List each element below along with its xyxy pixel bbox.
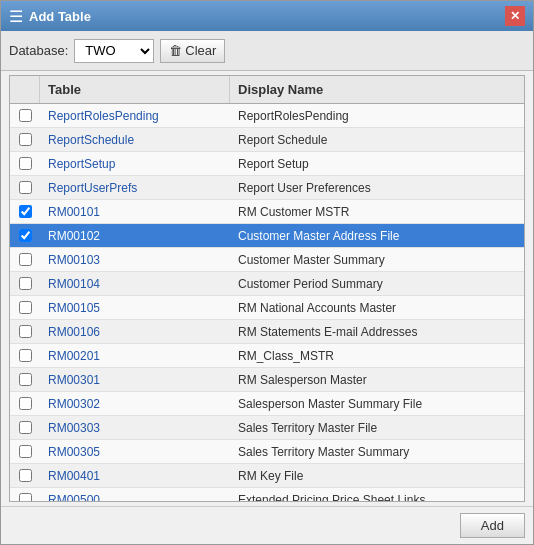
row-checkbox[interactable] xyxy=(19,157,32,170)
table-row[interactable]: RM00103Customer Master Summary xyxy=(10,248,524,272)
app-icon: ☰ xyxy=(9,7,23,26)
row-checkbox[interactable] xyxy=(19,133,32,146)
row-table-name: RM00106 xyxy=(40,325,230,339)
row-checkbox[interactable] xyxy=(19,493,32,501)
row-table-name: RM00302 xyxy=(40,397,230,411)
table-row[interactable]: RM00305Sales Territory Master Summary xyxy=(10,440,524,464)
row-display-name: Sales Territory Master File xyxy=(230,421,524,435)
row-display-name: Customer Master Summary xyxy=(230,253,524,267)
row-checkbox-cell[interactable] xyxy=(10,464,40,487)
window-title: Add Table xyxy=(29,9,91,24)
row-checkbox-cell[interactable] xyxy=(10,152,40,175)
table-row[interactable]: ReportSetupReport Setup xyxy=(10,152,524,176)
table-row[interactable]: ReportUserPrefsReport User Preferences xyxy=(10,176,524,200)
col-check-header xyxy=(10,76,40,103)
table-row[interactable]: RM00500Extended Pricing Price Sheet Link… xyxy=(10,488,524,501)
table-row[interactable]: ReportRolesPendingReportRolesPending xyxy=(10,104,524,128)
table-row[interactable]: RM00102Customer Master Address File xyxy=(10,224,524,248)
row-display-name: Sales Territory Master Summary xyxy=(230,445,524,459)
title-bar-left: ☰ Add Table xyxy=(9,7,91,26)
row-table-name: RM00105 xyxy=(40,301,230,315)
table-row[interactable]: RM00303Sales Territory Master File xyxy=(10,416,524,440)
row-display-name: Report Setup xyxy=(230,157,524,171)
clear-icon: 🗑 xyxy=(169,43,182,58)
row-checkbox[interactable] xyxy=(19,277,32,290)
row-display-name: Report Schedule xyxy=(230,133,524,147)
row-checkbox-cell[interactable] xyxy=(10,224,40,247)
database-select[interactable]: TWO xyxy=(74,39,154,63)
row-table-name: RM00201 xyxy=(40,349,230,363)
row-checkbox-cell[interactable] xyxy=(10,248,40,271)
row-display-name: Customer Period Summary xyxy=(230,277,524,291)
row-table-name: RM00401 xyxy=(40,469,230,483)
row-table-name: ReportSchedule xyxy=(40,133,230,147)
row-checkbox-cell[interactable] xyxy=(10,416,40,439)
row-checkbox[interactable] xyxy=(19,373,32,386)
row-checkbox[interactable] xyxy=(19,325,32,338)
row-table-name: ReportRolesPending xyxy=(40,109,230,123)
table-container: Table Display Name ReportRolesPendingRep… xyxy=(9,75,525,502)
row-checkbox[interactable] xyxy=(19,349,32,362)
row-checkbox[interactable] xyxy=(19,109,32,122)
row-table-name: ReportUserPrefs xyxy=(40,181,230,195)
row-checkbox[interactable] xyxy=(19,229,32,242)
close-button[interactable]: ✕ xyxy=(505,6,525,26)
row-checkbox[interactable] xyxy=(19,445,32,458)
row-display-name: RM Customer MSTR xyxy=(230,205,524,219)
row-table-name: RM00101 xyxy=(40,205,230,219)
row-checkbox[interactable] xyxy=(19,421,32,434)
add-button[interactable]: Add xyxy=(460,513,525,538)
row-checkbox-cell[interactable] xyxy=(10,104,40,127)
row-checkbox-cell[interactable] xyxy=(10,320,40,343)
table-row[interactable]: RM00301RM Salesperson Master xyxy=(10,368,524,392)
row-table-name: RM00301 xyxy=(40,373,230,387)
row-checkbox[interactable] xyxy=(19,253,32,266)
row-table-name: RM00305 xyxy=(40,445,230,459)
row-checkbox[interactable] xyxy=(19,205,32,218)
row-table-name: RM00104 xyxy=(40,277,230,291)
row-checkbox-cell[interactable] xyxy=(10,368,40,391)
row-display-name: RM Key File xyxy=(230,469,524,483)
row-display-name: RM Salesperson Master xyxy=(230,373,524,387)
row-checkbox-cell[interactable] xyxy=(10,296,40,319)
row-display-name: ReportRolesPending xyxy=(230,109,524,123)
row-checkbox-cell[interactable] xyxy=(10,200,40,223)
table-row[interactable]: RM00106RM Statements E-mail Addresses xyxy=(10,320,524,344)
row-display-name: Report User Preferences xyxy=(230,181,524,195)
row-table-name: RM00102 xyxy=(40,229,230,243)
row-display-name: RM Statements E-mail Addresses xyxy=(230,325,524,339)
table-row[interactable]: RM00101RM Customer MSTR xyxy=(10,200,524,224)
table-row[interactable]: ReportScheduleReport Schedule xyxy=(10,128,524,152)
add-table-window: ☰ Add Table ✕ Database: TWO 🗑 Clear Tabl… xyxy=(0,0,534,545)
row-table-name: RM00500 xyxy=(40,493,230,502)
row-checkbox-cell[interactable] xyxy=(10,440,40,463)
col-table-header: Table xyxy=(40,76,230,103)
row-display-name: RM National Accounts Master xyxy=(230,301,524,315)
row-checkbox-cell[interactable] xyxy=(10,392,40,415)
row-checkbox-cell[interactable] xyxy=(10,272,40,295)
row-display-name: RM_Class_MSTR xyxy=(230,349,524,363)
clear-label: Clear xyxy=(185,43,216,58)
table-row[interactable]: RM00104Customer Period Summary xyxy=(10,272,524,296)
table-row[interactable]: RM00401RM Key File xyxy=(10,464,524,488)
col-display-header: Display Name xyxy=(230,76,524,103)
row-table-name: RM00303 xyxy=(40,421,230,435)
footer: Add xyxy=(1,506,533,544)
scroll-area[interactable]: ReportRolesPendingReportRolesPendingRepo… xyxy=(10,104,524,501)
toolbar: Database: TWO 🗑 Clear xyxy=(1,31,533,71)
db-label: Database: xyxy=(9,43,68,58)
row-checkbox[interactable] xyxy=(19,469,32,482)
clear-button[interactable]: 🗑 Clear xyxy=(160,39,225,63)
row-checkbox-cell[interactable] xyxy=(10,344,40,367)
table-row[interactable]: RM00302Salesperson Master Summary File xyxy=(10,392,524,416)
row-checkbox-cell[interactable] xyxy=(10,488,40,501)
table-row[interactable]: RM00201RM_Class_MSTR xyxy=(10,344,524,368)
row-table-name: ReportSetup xyxy=(40,157,230,171)
row-checkbox[interactable] xyxy=(19,397,32,410)
row-checkbox[interactable] xyxy=(19,181,32,194)
row-checkbox-cell[interactable] xyxy=(10,176,40,199)
row-display-name: Extended Pricing Price Sheet Links xyxy=(230,493,524,502)
row-checkbox-cell[interactable] xyxy=(10,128,40,151)
table-row[interactable]: RM00105RM National Accounts Master xyxy=(10,296,524,320)
row-checkbox[interactable] xyxy=(19,301,32,314)
